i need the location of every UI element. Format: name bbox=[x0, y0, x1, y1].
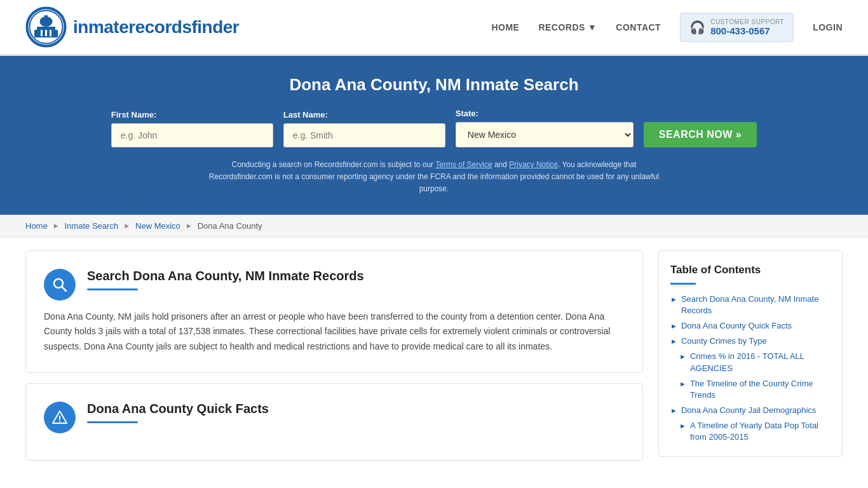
hero-title: Dona Ana County, NM Inmate Search bbox=[25, 75, 843, 95]
last-name-input[interactable] bbox=[283, 123, 445, 147]
chevron-right-icon-7: ► bbox=[679, 421, 686, 431]
logo-icon bbox=[25, 6, 67, 48]
toc-item-5[interactable]: ► The Timeline of the County Crime Trend… bbox=[670, 378, 831, 401]
card-body-1: Dona Ana County, NM jails hold prisoners… bbox=[44, 309, 622, 355]
breadcrumb-sep-1: ► bbox=[53, 222, 60, 229]
chevron-right-icon-6: ► bbox=[670, 406, 677, 416]
svg-rect-8 bbox=[45, 30, 47, 36]
breadcrumb: Home ► Inmate Search ► New Mexico ► Dona… bbox=[0, 215, 868, 238]
toc-item-7[interactable]: ► A Timeline of Yearly Data Pop Total fr… bbox=[670, 420, 831, 443]
first-name-group: First Name: bbox=[111, 110, 273, 147]
customer-support-box[interactable]: 🎧 CUSTOMER SUPPORT 800-433-0567 bbox=[680, 13, 794, 42]
inmate-records-card: Search Dona Ana County, NM Inmate Record… bbox=[25, 250, 643, 373]
support-text: CUSTOMER SUPPORT 800-433-0567 bbox=[710, 18, 784, 36]
chevron-right-icon-4: ► bbox=[679, 352, 686, 362]
card-title-area-1: Search Dona Ana County, NM Inmate Record… bbox=[87, 269, 622, 290]
toc-title: Table of Contents bbox=[670, 264, 831, 276]
search-icon bbox=[51, 276, 68, 293]
main-content: Search Dona Ana County, NM Inmate Record… bbox=[0, 238, 868, 484]
logo-text: inmaterecordsfinder bbox=[73, 17, 239, 37]
nav-login[interactable]: LOGIN bbox=[813, 22, 843, 32]
card-title-area-2: Dona Ana County Quick Facts bbox=[87, 402, 622, 423]
card-underline-2 bbox=[87, 421, 138, 423]
tos-link[interactable]: Terms of Service bbox=[435, 160, 492, 169]
breadcrumb-inmate-search[interactable]: Inmate Search bbox=[65, 221, 119, 231]
chevron-right-icon-5: ► bbox=[679, 379, 686, 389]
site-header: inmaterecordsfinder HOME RECORDS ▼ CONTA… bbox=[0, 0, 868, 56]
first-name-input[interactable] bbox=[111, 123, 273, 147]
main-nav: HOME RECORDS ▼ CONTACT 🎧 CUSTOMER SUPPOR… bbox=[491, 13, 843, 42]
state-label: State: bbox=[456, 109, 478, 118]
toc-item-4[interactable]: ► Crimes % in 2016 - TOTAL ALL AGENCIES bbox=[670, 351, 831, 374]
toc-item-2[interactable]: ► Dona Ana County Quick Facts bbox=[670, 320, 831, 332]
svg-rect-9 bbox=[50, 30, 51, 36]
privacy-link[interactable]: Privacy Notice bbox=[509, 160, 558, 169]
nav-contact[interactable]: CONTACT bbox=[616, 22, 661, 32]
state-select[interactable]: New Mexico Alabama Alaska Arizona Califo… bbox=[456, 122, 634, 147]
hero-disclaimer: Conducting a search on Recordsfinder.com… bbox=[205, 159, 663, 196]
breadcrumb-home[interactable]: Home bbox=[25, 221, 48, 231]
chevron-right-icon-2: ► bbox=[670, 322, 677, 331]
svg-rect-4 bbox=[37, 27, 55, 30]
headset-icon: 🎧 bbox=[689, 20, 705, 35]
breadcrumb-new-mexico[interactable]: New Mexico bbox=[135, 221, 180, 231]
nav-records[interactable]: RECORDS ▼ bbox=[538, 22, 597, 32]
toc-box: Table of Contents ► Search Dona Ana Coun… bbox=[658, 250, 843, 457]
toc-list: ► Search Dona Ana County, NM Inmate Reco… bbox=[670, 294, 831, 444]
search-circle-icon bbox=[44, 269, 76, 301]
toc-item-6[interactable]: ► Dona Ana County Jail Demographics bbox=[670, 405, 831, 416]
chevron-down-icon: ▼ bbox=[588, 22, 597, 32]
warning-icon bbox=[51, 409, 68, 426]
search-form: First Name: Last Name: State: New Mexico… bbox=[25, 109, 843, 147]
sidebar: Table of Contents ► Search Dona Ana Coun… bbox=[658, 250, 843, 471]
svg-line-11 bbox=[62, 287, 67, 291]
svg-rect-6 bbox=[44, 15, 48, 22]
warning-circle-icon bbox=[44, 402, 76, 433]
nav-home[interactable]: HOME bbox=[491, 22, 519, 32]
logo[interactable]: inmaterecordsfinder bbox=[25, 6, 239, 48]
hero-section: Dona Ana County, NM Inmate Search First … bbox=[0, 56, 868, 215]
toc-item-1[interactable]: ► Search Dona Ana County, NM Inmate Reco… bbox=[670, 294, 831, 316]
first-name-label: First Name: bbox=[111, 110, 157, 119]
card-header-1: Search Dona Ana County, NM Inmate Record… bbox=[44, 269, 622, 301]
chevron-right-icon-3: ► bbox=[670, 337, 677, 346]
quick-facts-card: Dona Ana County Quick Facts bbox=[25, 383, 643, 461]
chevron-right-icon-1: ► bbox=[670, 295, 677, 304]
toc-divider bbox=[670, 283, 696, 285]
state-group: State: New Mexico Alabama Alaska Arizona… bbox=[456, 109, 634, 147]
card-title-1: Search Dona Ana County, NM Inmate Record… bbox=[87, 269, 622, 283]
last-name-label: Last Name: bbox=[283, 110, 328, 119]
breadcrumb-sep-3: ► bbox=[186, 222, 193, 229]
last-name-group: Last Name: bbox=[283, 110, 445, 147]
card-underline-1 bbox=[87, 288, 138, 290]
toc-item-3[interactable]: ► County Crimes by Type bbox=[670, 336, 831, 347]
content-left: Search Dona Ana County, NM Inmate Record… bbox=[25, 250, 658, 471]
card-title-2: Dona Ana County Quick Facts bbox=[87, 402, 622, 416]
breadcrumb-sep-2: ► bbox=[123, 222, 130, 229]
svg-point-14 bbox=[59, 421, 60, 422]
search-button[interactable]: SEARCH NOW » bbox=[644, 122, 757, 147]
breadcrumb-current: Dona Ana County bbox=[198, 221, 262, 231]
svg-rect-7 bbox=[41, 30, 43, 36]
card-header-2: Dona Ana County Quick Facts bbox=[44, 402, 622, 433]
